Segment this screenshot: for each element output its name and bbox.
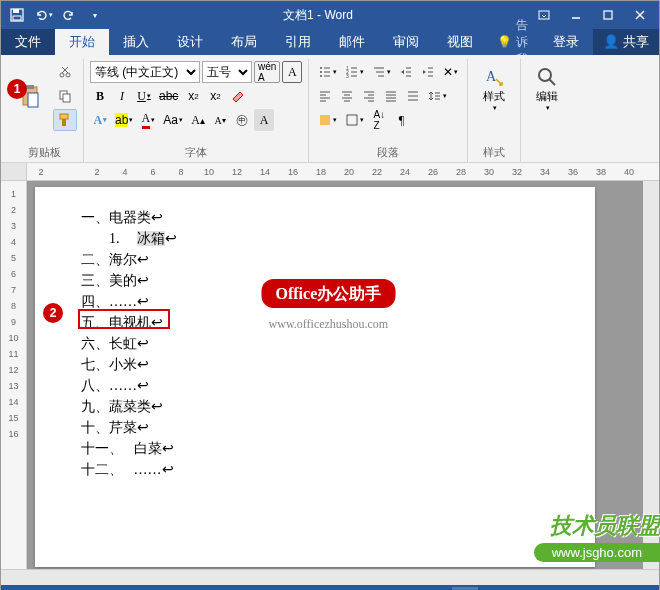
doc-line[interactable]: 二、海尔↩ (81, 249, 549, 270)
close-button[interactable] (625, 4, 655, 26)
svg-rect-62 (320, 115, 330, 125)
sort-button[interactable]: A↓Z (369, 109, 389, 131)
tab-view[interactable]: 视图 (433, 29, 487, 55)
svg-point-11 (60, 73, 64, 77)
svg-point-19 (320, 67, 322, 69)
tab-file[interactable]: 文件 (1, 29, 55, 55)
cut-button[interactable] (53, 61, 77, 83)
clear-format-button[interactable] (227, 85, 249, 107)
line-spacing-button[interactable]: ▾ (425, 85, 450, 107)
tab-layout[interactable]: 布局 (217, 29, 271, 55)
justify-button[interactable] (381, 85, 401, 107)
highlight-box (78, 309, 170, 329)
grow-font-button[interactable]: A▴ (188, 109, 208, 131)
doc-line[interactable]: 1. 冰箱↩ (81, 228, 549, 249)
tab-references[interactable]: 引用 (271, 29, 325, 55)
undo-button[interactable]: ▾ (31, 4, 55, 26)
svg-rect-5 (604, 11, 612, 19)
font-size-select[interactable]: 五号 (202, 61, 252, 83)
svg-line-66 (549, 79, 555, 85)
numbering-button[interactable]: 123▾ (342, 61, 367, 83)
qat-customize-button[interactable]: ▾ (83, 4, 107, 26)
change-case-button[interactable]: Aa▾ (160, 109, 186, 131)
tab-mailings[interactable]: 邮件 (325, 29, 379, 55)
italic-button[interactable]: I (112, 85, 132, 107)
tab-home[interactable]: 开始 (55, 29, 109, 55)
save-button[interactable] (5, 4, 29, 26)
character-border-button[interactable]: A (282, 61, 302, 83)
doc-line[interactable]: 九、蔬菜类↩ (81, 396, 549, 417)
highlight-button[interactable]: ab▾ (112, 109, 136, 131)
decrease-indent-button[interactable] (396, 61, 416, 83)
character-shading-button[interactable]: A (254, 109, 274, 131)
doc-line[interactable]: 十二、 ……↩ (81, 459, 549, 480)
doc-line[interactable]: 七、小米↩ (81, 354, 549, 375)
font-name-select[interactable]: 等线 (中文正文) (90, 61, 200, 83)
superscript-button[interactable]: x2 (205, 85, 225, 107)
enclose-char-button[interactable]: ㊥ (232, 109, 252, 131)
subscript-button[interactable]: x2 (183, 85, 203, 107)
redo-button[interactable] (57, 4, 81, 26)
group-editing: 编辑▾ (521, 59, 573, 162)
styles-button[interactable]: A样式▾ (474, 61, 514, 116)
group-font: 等线 (中文正文) 五号 wénA A B I U▾ abc x2 x2 A▾ … (84, 59, 309, 162)
bullets-button[interactable]: ▾ (315, 61, 340, 83)
tab-design[interactable]: 设计 (163, 29, 217, 55)
maximize-button[interactable] (593, 4, 623, 26)
svg-point-23 (320, 75, 322, 77)
ruler-horizontal[interactable]: 2246810121416182022242628303234363840 (1, 163, 659, 181)
text-effects-button[interactable]: A▾ (90, 109, 110, 131)
font-color-button[interactable]: A▾ (138, 109, 158, 131)
callout-badge-2: 2 (43, 303, 63, 323)
ribbon: 1 剪贴板 等线 (中文正文) 五号 wénA (1, 55, 659, 163)
ribbon-tabs: 文件 开始 插入 设计 布局 引用 邮件 审阅 视图 💡告诉我... 登录 👤共… (1, 29, 659, 55)
ruler-vertical[interactable]: 12345678910111213141516 (1, 181, 27, 569)
group-label-styles: 样式 (474, 143, 514, 162)
svg-rect-18 (62, 119, 66, 126)
quick-access-toolbar: ▾ ▾ (5, 4, 107, 26)
editing-button[interactable]: 编辑▾ (527, 61, 567, 116)
phonetic-guide-button[interactable]: wénA (254, 61, 280, 83)
group-label-clipboard: 剪贴板 (11, 143, 77, 162)
doc-line[interactable]: 六、长虹↩ (81, 333, 549, 354)
svg-text:A: A (486, 69, 497, 84)
share-button[interactable]: 👤共享 (593, 29, 659, 55)
shrink-font-button[interactable]: A▾ (210, 109, 230, 131)
asian-layout-button[interactable]: ✕▾ (440, 61, 461, 83)
signin-button[interactable]: 登录 (539, 29, 593, 55)
borders-button[interactable]: ▾ (342, 109, 367, 131)
doc-line[interactable]: 一、电器类↩ (81, 207, 549, 228)
multilevel-list-button[interactable]: ▾ (369, 61, 394, 83)
group-label-font: 字体 (90, 143, 302, 162)
align-center-button[interactable] (337, 85, 357, 107)
underline-button[interactable]: U▾ (134, 85, 154, 107)
svg-point-12 (66, 73, 70, 77)
callout-badge-1: 1 (7, 79, 27, 99)
align-right-button[interactable] (359, 85, 379, 107)
document-page: 一、电器类↩ 1. 冰箱↩二、海尔↩三、美的↩四、……↩五、电视机↩六、长虹↩七… (35, 187, 595, 567)
group-paragraph: ▾ 123▾ ▾ ✕▾ ▾ ▾ ▾ (309, 59, 468, 162)
copy-button[interactable] (53, 85, 77, 107)
shading-button[interactable]: ▾ (315, 109, 340, 131)
strikethrough-button[interactable]: abc (156, 85, 181, 107)
svg-rect-9 (26, 85, 34, 89)
doc-line[interactable]: 十、芹菜↩ (81, 417, 549, 438)
doc-line[interactable]: 十一、 白菜↩ (81, 438, 549, 459)
distribute-button[interactable] (403, 85, 423, 107)
format-painter-button[interactable] (53, 109, 77, 131)
status-bar: 选择要应用复制的格式的内容，或按 Esc 取消。 − + 00% (1, 585, 659, 590)
bold-button[interactable]: B (90, 85, 110, 107)
svg-rect-16 (63, 94, 70, 102)
show-marks-button[interactable]: ¶ (391, 109, 411, 131)
increase-indent-button[interactable] (418, 61, 438, 83)
tab-review[interactable]: 审阅 (379, 29, 433, 55)
minimize-button[interactable] (561, 4, 591, 26)
svg-text:3: 3 (346, 73, 349, 79)
tab-insert[interactable]: 插入 (109, 29, 163, 55)
logo-overlay: 技术员联盟 www.jsgho.com (534, 511, 660, 562)
align-left-button[interactable] (315, 85, 335, 107)
scrollbar-horizontal[interactable] (1, 569, 659, 585)
watermark: Office办公助手 www.officezhushou.com (262, 279, 396, 335)
svg-rect-63 (347, 115, 357, 125)
doc-line[interactable]: 八、……↩ (81, 375, 549, 396)
